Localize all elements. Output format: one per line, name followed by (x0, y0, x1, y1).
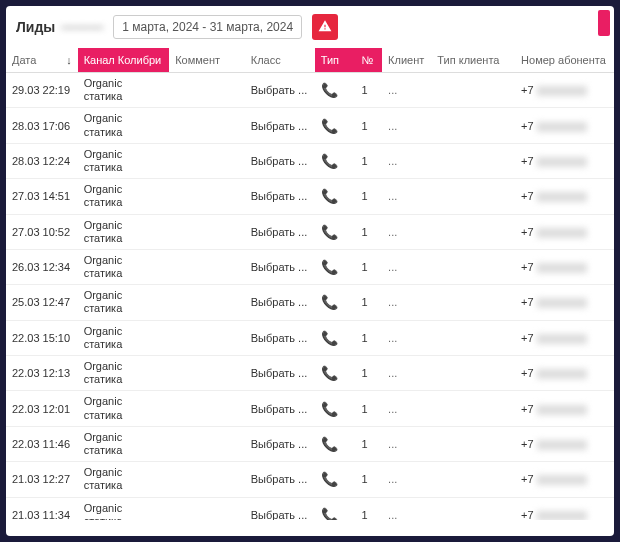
cell-sub-number: +7 (515, 73, 614, 108)
table-row[interactable]: 22.03 15:10OrganicстатикаВыбрать ...📞1..… (6, 320, 614, 355)
cell-client: ... (382, 179, 431, 214)
cell-no: 1 (356, 179, 383, 214)
cell-comment (169, 320, 245, 355)
cell-class[interactable]: Выбрать ... (245, 214, 315, 249)
cell-type: 📞 (315, 320, 356, 355)
table-row[interactable]: 28.03 17:06OrganicстатикаВыбрать ...📞1..… (6, 108, 614, 143)
side-toggle[interactable] (598, 10, 610, 36)
cell-date: 21.03 12:27 (6, 462, 78, 497)
cell-client-type (431, 179, 515, 214)
col-type[interactable]: Тип (315, 48, 356, 73)
table-row[interactable]: 28.03 12:24OrganicстатикаВыбрать ...📞1..… (6, 143, 614, 178)
cell-channel: Organicстатика (78, 73, 170, 108)
cell-comment (169, 391, 245, 426)
cell-no: 1 (356, 143, 383, 178)
cell-client-type (431, 214, 515, 249)
cell-class[interactable]: Выбрать ... (245, 143, 315, 178)
cell-date: 27.03 14:51 (6, 179, 78, 214)
cell-client: ... (382, 391, 431, 426)
cell-comment (169, 73, 245, 108)
col-channel[interactable]: Канал Колибри (78, 48, 170, 73)
cell-class[interactable]: Выбрать ... (245, 356, 315, 391)
alert-button[interactable] (312, 14, 338, 40)
cell-class[interactable]: Выбрать ... (245, 179, 315, 214)
table-row[interactable]: 21.03 12:27OrganicстатикаВыбрать ...📞1..… (6, 462, 614, 497)
cell-date: 28.03 12:24 (6, 143, 78, 178)
col-class[interactable]: Класс (245, 48, 315, 73)
table-row[interactable]: 22.03 12:01OrganicстатикаВыбрать ...📞1..… (6, 391, 614, 426)
col-client-type[interactable]: Тип клиента (431, 48, 515, 73)
cell-no: 1 (356, 497, 383, 520)
cell-sub-number: +7 (515, 249, 614, 284)
page-title: Лиды ——— (16, 19, 103, 35)
cell-class[interactable]: Выбрать ... (245, 391, 315, 426)
cell-sub-number: +7 (515, 285, 614, 320)
cell-channel: Organicстатика (78, 356, 170, 391)
cell-client-type (431, 73, 515, 108)
cell-channel: Organicстатика (78, 249, 170, 284)
cell-date: 22.03 11:46 (6, 426, 78, 461)
phone-icon: 📞 (321, 507, 338, 520)
cell-class[interactable]: Выбрать ... (245, 426, 315, 461)
cell-type: 📞 (315, 285, 356, 320)
cell-sub-number: +7 (515, 214, 614, 249)
cell-comment (169, 108, 245, 143)
col-date[interactable]: Дата (6, 48, 78, 73)
cell-class[interactable]: Выбрать ... (245, 320, 315, 355)
cell-no: 1 (356, 285, 383, 320)
cell-client-type (431, 320, 515, 355)
col-no[interactable]: № (356, 48, 383, 73)
cell-client: ... (382, 462, 431, 497)
cell-date: 22.03 12:13 (6, 356, 78, 391)
cell-client-type (431, 356, 515, 391)
table-row[interactable]: 27.03 14:51OrganicстатикаВыбрать ...📞1..… (6, 179, 614, 214)
cell-channel: Organicстатика (78, 462, 170, 497)
cell-comment (169, 214, 245, 249)
cell-class[interactable]: Выбрать ... (245, 73, 315, 108)
cell-channel: Organicстатика (78, 179, 170, 214)
cell-no: 1 (356, 391, 383, 426)
cell-type: 📞 (315, 497, 356, 520)
cell-class[interactable]: Выбрать ... (245, 462, 315, 497)
cell-channel: Organicстатика (78, 108, 170, 143)
title-blur: ——— (61, 19, 103, 35)
cell-sub-number: +7 (515, 356, 614, 391)
table-row[interactable]: 21.03 11:34OrganicстатикаВыбрать ...📞1..… (6, 497, 614, 520)
table-row[interactable]: 22.03 11:46OrganicстатикаВыбрать ...📞1..… (6, 426, 614, 461)
cell-comment (169, 462, 245, 497)
col-client[interactable]: Клиент (382, 48, 431, 73)
cell-client-type (431, 108, 515, 143)
cell-date: 22.03 12:01 (6, 391, 78, 426)
table-row[interactable]: 25.03 12:47OrganicстатикаВыбрать ...📞1..… (6, 285, 614, 320)
cell-no: 1 (356, 214, 383, 249)
cell-client: ... (382, 249, 431, 284)
table-row[interactable]: 26.03 12:34OrganicстатикаВыбрать ...📞1..… (6, 249, 614, 284)
header-bar: Лиды ——— 1 марта, 2024 - 31 марта, 2024 (6, 6, 614, 48)
col-sub-number[interactable]: Номер абонента (515, 48, 614, 73)
date-range-picker[interactable]: 1 марта, 2024 - 31 марта, 2024 (113, 15, 302, 39)
col-comment[interactable]: Коммент (169, 48, 245, 73)
cell-class[interactable]: Выбрать ... (245, 108, 315, 143)
table-header-row: Дата Канал Колибри Коммент Класс Тип № К… (6, 48, 614, 73)
table-row[interactable]: 22.03 12:13OrganicстатикаВыбрать ...📞1..… (6, 356, 614, 391)
cell-client-type (431, 426, 515, 461)
cell-sub-number: +7 (515, 462, 614, 497)
cell-no: 1 (356, 356, 383, 391)
cell-class[interactable]: Выбрать ... (245, 285, 315, 320)
cell-no: 1 (356, 249, 383, 284)
cell-client-type (431, 249, 515, 284)
cell-no: 1 (356, 73, 383, 108)
cell-date: 21.03 11:34 (6, 497, 78, 520)
cell-client-type (431, 143, 515, 178)
cell-class[interactable]: Выбрать ... (245, 249, 315, 284)
table-row[interactable]: 29.03 22:19OrganicстатикаВыбрать ...📞1..… (6, 73, 614, 108)
cell-class[interactable]: Выбрать ... (245, 497, 315, 520)
phone-icon: 📞 (321, 188, 338, 204)
phone-icon: 📞 (321, 153, 338, 169)
cell-type: 📞 (315, 179, 356, 214)
table-row[interactable]: 27.03 10:52OrganicстатикаВыбрать ...📞1..… (6, 214, 614, 249)
cell-type: 📞 (315, 391, 356, 426)
cell-sub-number: +7 (515, 143, 614, 178)
cell-no: 1 (356, 320, 383, 355)
phone-icon: 📞 (321, 401, 338, 417)
